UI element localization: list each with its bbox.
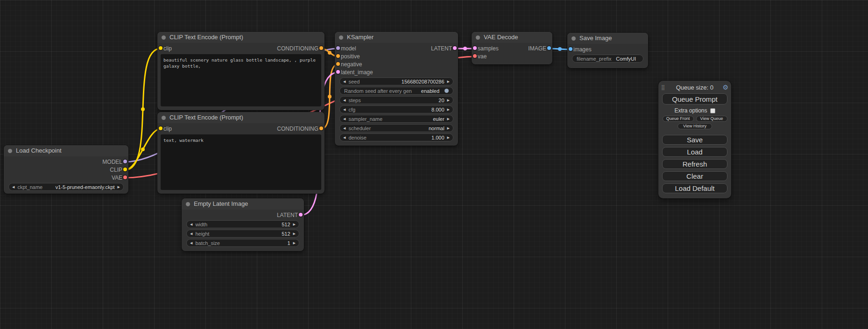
arrow-left-icon[interactable]: ◀ xyxy=(190,241,192,245)
menu-drag-handle-icon[interactable]: ⣿ xyxy=(661,84,665,91)
node-status-dot xyxy=(186,202,190,206)
node-status-dot xyxy=(162,116,166,120)
input-dot-model[interactable] xyxy=(336,46,340,50)
widget-label: steps xyxy=(348,98,360,103)
arrow-right-icon[interactable]: ▶ xyxy=(447,126,450,130)
input-slot-latent-image: latent_image xyxy=(335,68,458,76)
output-dot-image[interactable] xyxy=(547,46,551,50)
node-save-image[interactable]: Save Image images filename_prefix ComfyU… xyxy=(567,33,648,68)
arrow-left-icon[interactable]: ◀ xyxy=(190,223,192,226)
widget-filename-prefix[interactable]: filename_prefix ComfyUI xyxy=(572,55,643,63)
node-title-bar[interactable]: KSampler xyxy=(335,32,458,43)
widget-ckpt-name[interactable]: ◀ ckpt_name v1-5-pruned-emaonly.ckpt ▶ xyxy=(8,183,124,191)
widget-seed[interactable]: ◀ seed 156680208700286 ▶ xyxy=(339,77,453,85)
arrow-left-icon[interactable]: ◀ xyxy=(343,80,346,83)
randomize-indicator-dot[interactable] xyxy=(445,89,449,93)
widget-height[interactable]: ◀ height 512 ▶ xyxy=(186,230,299,238)
output-slot-latent: LATENT xyxy=(182,211,304,219)
arrow-right-icon[interactable]: ▶ xyxy=(293,223,296,226)
input-dot-positive[interactable] xyxy=(336,54,340,58)
positive-prompt-textarea[interactable]: beautiful scenery nature glass bottle la… xyxy=(161,54,321,106)
input-dot-latent-image[interactable] xyxy=(336,70,340,74)
node-clip-text-encode-positive[interactable]: CLIP Text Encode (Prompt) clip CONDITION… xyxy=(157,32,325,110)
widget-cfg[interactable]: ◀ cfg 8.000 ▶ xyxy=(339,105,453,113)
node-title-bar[interactable]: Empty Latent Image xyxy=(182,198,304,210)
slot-label: CONDITIONING xyxy=(277,126,318,132)
output-dot-latent[interactable] xyxy=(299,213,303,217)
load-default-button[interactable]: Load Default xyxy=(662,183,727,193)
widget-label: ckpt_name xyxy=(17,184,42,190)
arrow-left-icon[interactable]: ◀ xyxy=(343,117,346,120)
slot-label: MODEL xyxy=(102,159,122,165)
widget-batch-size[interactable]: ◀ batch_size 1 ▶ xyxy=(186,239,299,247)
widget-steps[interactable]: ◀ steps 20 ▶ xyxy=(339,96,453,104)
node-status-dot xyxy=(8,149,12,153)
load-button[interactable]: Load xyxy=(662,147,727,157)
node-title-bar[interactable]: VAE Decode xyxy=(472,32,552,43)
settings-gear-icon[interactable]: ⚙ xyxy=(722,84,728,91)
save-button[interactable]: Save xyxy=(662,135,727,145)
widget-label: cfg xyxy=(348,107,355,112)
clear-button[interactable]: Clear xyxy=(662,171,727,181)
input-dot-negative[interactable] xyxy=(336,62,340,66)
output-dot-conditioning[interactable] xyxy=(319,126,323,130)
queue-front-button[interactable]: Queue Front xyxy=(663,116,694,122)
widget-denoise[interactable]: ◀ denoise 1.000 ▶ xyxy=(339,133,453,141)
node-title-bar[interactable]: Save Image xyxy=(567,33,648,44)
node-title: Load Checkpoint xyxy=(16,147,62,154)
input-dot-clip[interactable] xyxy=(159,46,162,50)
node-title-bar[interactable]: CLIP Text Encode (Prompt) xyxy=(157,32,325,43)
link-midpoint-dot xyxy=(558,47,562,51)
output-dot-vae[interactable] xyxy=(123,175,127,179)
node-vae-decode[interactable]: VAE Decode samples IMAGE vae xyxy=(472,32,552,64)
widget-label: scheduler xyxy=(348,126,371,131)
output-dot-clip[interactable] xyxy=(123,168,127,171)
output-dot-model[interactable] xyxy=(123,160,127,163)
slot-label: latent_image xyxy=(341,69,373,76)
node-status-dot xyxy=(572,36,576,41)
node-ksampler[interactable]: KSampler model LATENT positive negative … xyxy=(335,32,458,146)
view-history-button[interactable]: View History xyxy=(677,123,712,129)
arrow-left-icon[interactable]: ◀ xyxy=(343,136,346,139)
arrow-left-icon[interactable]: ◀ xyxy=(343,126,346,130)
input-dot-vae[interactable] xyxy=(473,54,477,58)
node-empty-latent-image[interactable]: Empty Latent Image LATENT ◀ width 512 ▶ … xyxy=(182,198,304,251)
widget-scheduler[interactable]: ◀ scheduler normal ▶ xyxy=(339,124,453,132)
node-clip-text-encode-negative[interactable]: CLIP Text Encode (Prompt) clip CONDITION… xyxy=(157,112,325,194)
widget-width[interactable]: ◀ width 512 ▶ xyxy=(186,220,299,228)
widget-label: denoise xyxy=(348,135,367,140)
node-load-checkpoint[interactable]: Load Checkpoint MODEL CLIP VAE ◀ ckpt_na… xyxy=(4,145,128,194)
node-title-bar[interactable]: Load Checkpoint xyxy=(4,145,128,156)
arrow-left-icon[interactable]: ◀ xyxy=(343,108,346,111)
arrow-right-icon[interactable]: ▶ xyxy=(447,98,450,102)
node-title: CLIP Text Encode (Prompt) xyxy=(169,114,243,121)
input-dot-samples[interactable] xyxy=(473,46,477,50)
arrow-left-icon[interactable]: ◀ xyxy=(343,98,346,102)
output-dot-conditioning[interactable] xyxy=(319,46,323,50)
output-dot-latent[interactable] xyxy=(453,46,457,50)
extra-options-checkbox[interactable] xyxy=(710,108,715,113)
arrow-right-icon[interactable]: ▶ xyxy=(447,108,450,111)
widget-sampler-name[interactable]: ◀ sampler_name euler ▶ xyxy=(339,115,453,123)
widget-value: 20 xyxy=(361,98,445,103)
node-title-bar[interactable]: CLIP Text Encode (Prompt) xyxy=(157,112,325,123)
input-dot-images[interactable] xyxy=(569,47,572,51)
view-queue-button[interactable]: View Queue xyxy=(696,116,727,122)
arrow-right-icon[interactable]: ▶ xyxy=(447,117,450,120)
arrow-right-icon[interactable]: ▶ xyxy=(447,80,450,83)
negative-prompt-textarea[interactable]: text, watermark xyxy=(161,134,321,190)
slot-row: samples IMAGE xyxy=(472,44,552,52)
widget-control-after-generate[interactable]: Random seed after every gen enabled xyxy=(339,87,453,95)
slot-label: clip xyxy=(163,126,172,132)
arrow-left-icon[interactable]: ◀ xyxy=(190,232,192,235)
input-dot-clip[interactable] xyxy=(159,126,162,130)
arrow-right-icon[interactable]: ▶ xyxy=(293,232,296,235)
arrow-right-icon[interactable]: ▶ xyxy=(447,136,450,139)
arrow-right-icon[interactable]: ▶ xyxy=(118,185,120,189)
node-title: Save Image xyxy=(579,35,612,42)
arrow-right-icon[interactable]: ▶ xyxy=(293,241,296,245)
slot-label: samples xyxy=(478,45,499,52)
refresh-button[interactable]: Refresh xyxy=(662,159,727,169)
queue-prompt-button[interactable]: Queue Prompt xyxy=(662,93,727,105)
arrow-left-icon[interactable]: ◀ xyxy=(12,185,14,189)
